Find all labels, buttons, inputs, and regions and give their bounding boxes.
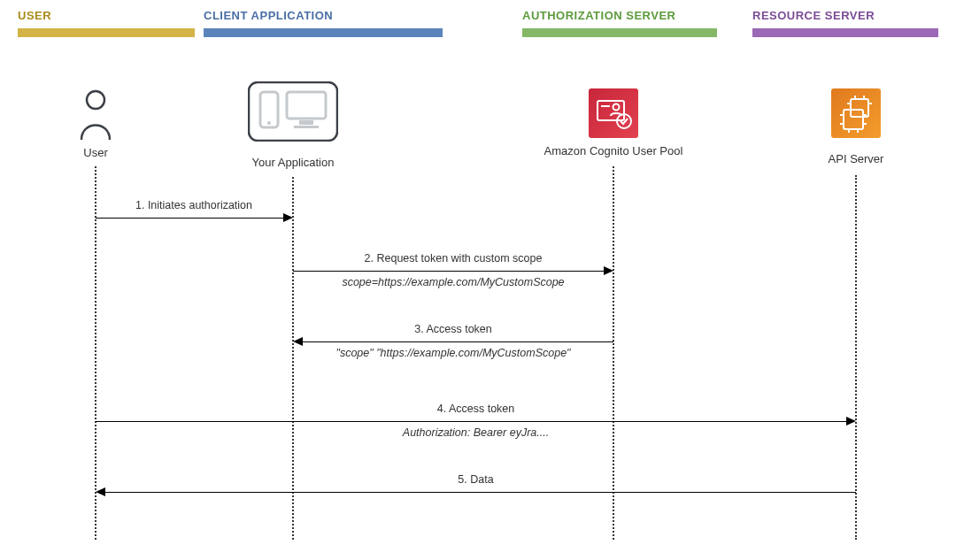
col-header-user: USER [18,9,51,22]
msg4-arrow [96,421,847,422]
svg-point-0 [87,91,104,109]
msg1-label: 1. Initiates authorization [96,199,292,211]
api-server-icon [831,88,881,138]
col-bar-client [204,28,443,37]
devices-icon [248,81,338,142]
msg3-arrow-head [293,337,303,346]
svg-rect-6 [294,126,319,128]
msg2-arrow-head [604,266,613,275]
msg5-arrow [104,492,856,493]
msg1-arrow [96,218,284,219]
node-label-auth: Amazon Cognito User Pool [525,144,702,157]
col-bar-auth [522,28,717,37]
msg4-label: 4. Access token [96,403,856,415]
col-bar-res [752,28,938,37]
msg5-arrow-head [96,487,105,496]
cognito-icon [589,88,638,138]
svg-point-3 [267,121,271,125]
msg4-sub: Authorization: Bearer eyJra.... [96,426,856,439]
msg2-sub: scope=https://example.com/MyCustomScope [293,276,613,288]
msg3-label: 3. Access token [293,323,613,335]
col-header-res: RESOURCE SERVER [752,9,875,22]
col-header-client: CLIENT APPLICATION [204,9,333,22]
msg3-arrow [302,341,613,342]
msg3-sub: "scope" "https://example.com/MyCustomSco… [293,347,613,359]
msg1-arrow-head [283,213,293,222]
col-header-auth: AUTHORIZATION SERVER [522,9,675,22]
user-icon [78,88,113,142]
node-label-user: User [7,146,184,159]
msg4-arrow-head [846,417,856,426]
node-label-res: API Server [767,152,944,165]
msg2-arrow [293,271,605,272]
msg5-label: 5. Data [96,473,856,486]
node-label-client: Your Application [204,156,382,169]
col-bar-user [18,28,195,37]
svg-rect-5 [299,120,313,125]
msg2-label: 2. Request token with custom scope [293,252,613,265]
